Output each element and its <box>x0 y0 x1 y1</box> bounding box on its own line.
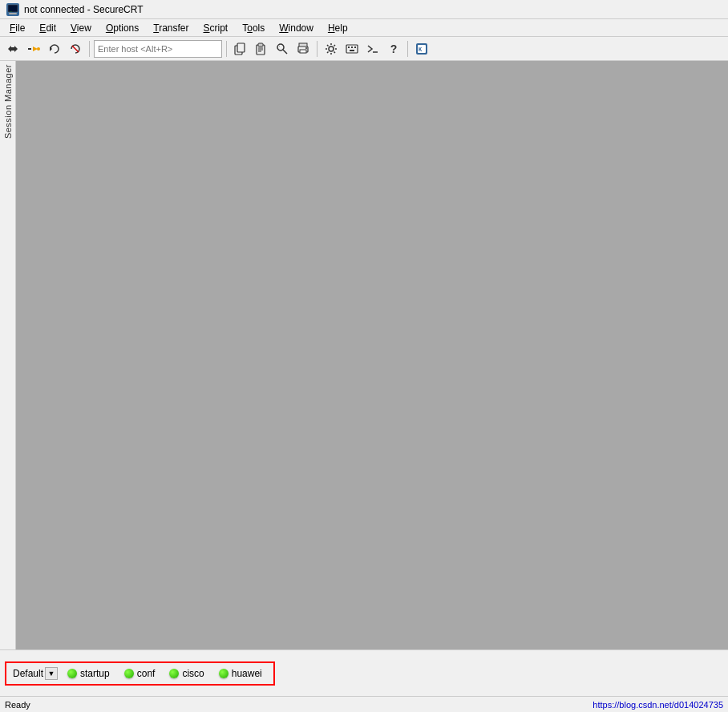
keymap-button[interactable] <box>342 39 362 59</box>
session-tab-label-conf: conf <box>137 668 156 679</box>
svg-point-22 <box>305 47 307 49</box>
toolbar-separator-1 <box>89 41 90 57</box>
session-tab-label-cisco: cisco <box>182 668 204 679</box>
tab-row: Default ▼ startup conf cisco huawei <box>0 650 728 696</box>
session-tab-cisco[interactable]: cisco <box>164 666 208 681</box>
menu-help[interactable]: Help <box>322 21 354 35</box>
connect-button[interactable] <box>3 39 22 59</box>
session-tab-label-startup: startup <box>80 668 110 679</box>
svg-rect-28 <box>350 50 354 51</box>
session-tab-startup[interactable]: startup <box>63 666 115 681</box>
session-tab-label-huawei: huawei <box>232 668 262 679</box>
session-manager-sidebar[interactable]: Session Manager <box>0 61 16 649</box>
svg-rect-25 <box>348 47 350 48</box>
svg-line-17 <box>283 50 287 54</box>
session-connected-dot-startup <box>67 669 77 678</box>
reconnect-button[interactable] <box>45 39 64 59</box>
tab-dropdown-button[interactable]: ▼ <box>45 667 58 680</box>
status-url: https://blog.csdn.net/d014024735 <box>593 700 723 710</box>
main-area: Session Manager <box>0 61 728 649</box>
svg-line-18 <box>279 46 280 47</box>
svg-rect-27 <box>354 47 356 48</box>
status-bar: Ready https://blog.csdn.net/d014024735 <box>0 696 728 712</box>
window-title: not connected - SecureCRT <box>24 4 144 15</box>
session-connected-dot-huawei <box>219 669 229 678</box>
menu-view[interactable]: View <box>64 21 98 35</box>
status-text: Ready <box>5 700 30 710</box>
menu-script[interactable]: Script <box>197 21 235 35</box>
svg-line-8 <box>72 46 79 52</box>
toolbar-separator-2 <box>226 41 227 57</box>
dropdown-arrow-icon: ▼ <box>48 670 55 678</box>
copy-button[interactable] <box>231 39 250 59</box>
host-input[interactable] <box>94 40 222 58</box>
menu-bar: File Edit View Options Transfer Script T… <box>0 19 728 37</box>
svg-rect-4 <box>9 13 17 14</box>
svg-point-6 <box>37 47 40 51</box>
menu-file[interactable]: File <box>3 21 31 35</box>
session-manager-label: Session Manager <box>3 64 13 139</box>
svg-point-23 <box>329 47 334 51</box>
title-bar: _ not connected - SecureCRT <box>0 0 728 19</box>
toolbar-separator-4 <box>407 41 408 57</box>
toolbar: ? K <box>0 37 728 61</box>
paste-button[interactable] <box>252 39 271 59</box>
svg-rect-24 <box>346 45 358 53</box>
svg-rect-12 <box>258 43 263 47</box>
menu-options[interactable]: Options <box>99 21 145 35</box>
tab-box: Default ▼ startup conf cisco huawei <box>5 661 275 686</box>
menu-tools[interactable]: Tools <box>236 21 271 35</box>
quick-connect-button[interactable] <box>24 39 43 59</box>
bottom-bar: Default ▼ startup conf cisco huawei <box>0 649 728 696</box>
session-connected-dot-cisco <box>169 669 179 678</box>
menu-transfer[interactable]: Transfer <box>147 21 195 35</box>
app-icon: _ <box>6 3 19 16</box>
help-button[interactable]: ? <box>384 39 403 59</box>
session-tab-conf[interactable]: conf <box>119 666 160 681</box>
svg-rect-10 <box>237 43 245 52</box>
svg-point-16 <box>277 44 284 51</box>
find-button[interactable] <box>273 39 292 59</box>
print-button[interactable] <box>293 39 313 59</box>
key-manager-button[interactable]: K <box>412 39 431 59</box>
menu-edit[interactable]: Edit <box>33 21 63 35</box>
toolbar-separator-3 <box>317 41 317 57</box>
disconnect-button[interactable] <box>66 39 85 59</box>
session-tab-huawei[interactable]: huawei <box>214 666 267 681</box>
macro-button[interactable] <box>363 39 382 59</box>
menu-window[interactable]: Window <box>273 21 320 35</box>
default-tab: Default ▼ <box>13 667 58 680</box>
session-connected-dot-conf <box>124 669 134 678</box>
default-tab-label: Default <box>13 668 43 679</box>
settings-button[interactable] <box>322 39 341 59</box>
svg-rect-21 <box>300 50 306 53</box>
terminal-area[interactable] <box>16 61 728 649</box>
svg-rect-26 <box>351 47 353 48</box>
